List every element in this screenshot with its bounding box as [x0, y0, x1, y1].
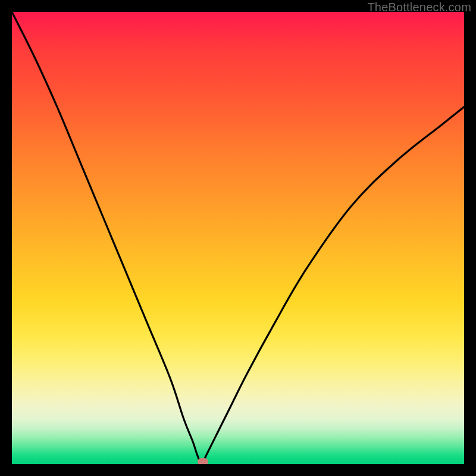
watermark-text: TheBottleneck.com	[367, 1, 471, 14]
plot-area	[12, 12, 464, 464]
bottleneck-curve-path	[12, 12, 464, 464]
chart-frame: TheBottleneck.com	[0, 0, 476, 476]
curve-layer	[12, 12, 464, 464]
optimal-point-marker	[198, 458, 208, 464]
